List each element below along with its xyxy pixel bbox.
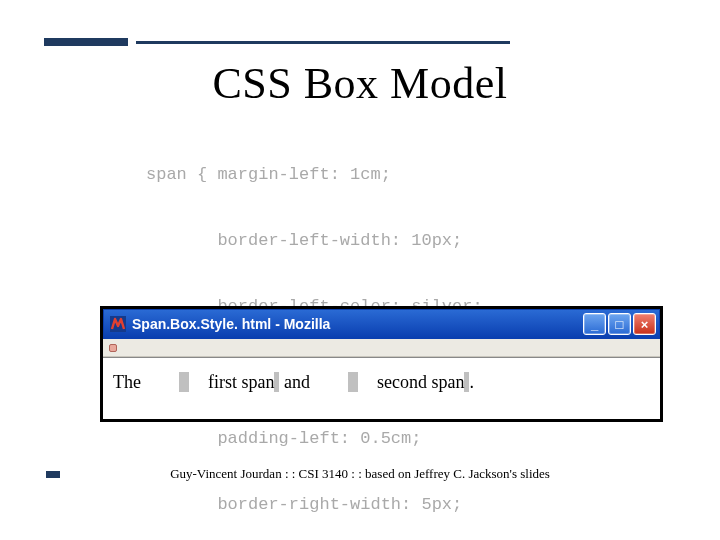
window-title: Span.Box.Style. html - Mozilla: [132, 316, 583, 332]
second-span: second span: [348, 372, 469, 392]
code-line: padding-left: 0.5cm;: [146, 428, 493, 450]
text-post: .: [469, 372, 474, 392]
accent-bar: [44, 38, 128, 46]
first-span-text: first span: [208, 372, 275, 392]
code-line: span { margin-left: 1cm;: [146, 164, 493, 186]
first-span: first span: [179, 372, 280, 392]
text-mid: and: [279, 372, 310, 392]
maximize-button[interactable]: □: [608, 313, 631, 335]
mozilla-icon: [110, 316, 126, 332]
slide: CSS Box Model span { margin-left: 1cm; b…: [0, 0, 720, 540]
minimize-button[interactable]: _: [583, 313, 606, 335]
second-span-text: second span: [377, 372, 464, 392]
code-line: border-left-width: 10px;: [146, 230, 493, 252]
minimize-icon: _: [591, 318, 598, 331]
accent-line: [136, 41, 510, 44]
window-titlebar[interactable]: Span.Box.Style. html - Mozilla _ □ ×: [103, 309, 660, 339]
window-controls: _ □ ×: [583, 313, 656, 335]
toolbar-grip-icon: [109, 344, 117, 352]
close-icon: ×: [641, 318, 649, 331]
browser-viewport: Thefirst span andsecond span.: [103, 357, 660, 419]
code-line: border-right-width: 5px;: [146, 494, 493, 516]
browser-toolbar: [103, 339, 660, 357]
text-pre: The: [113, 372, 141, 392]
slide-title: CSS Box Model: [0, 58, 720, 109]
footer-text: Guy-Vincent Jourdan : : CSI 3140 : : bas…: [0, 466, 720, 482]
close-button[interactable]: ×: [633, 313, 656, 335]
browser-window: Span.Box.Style. html - Mozilla _ □ × The…: [100, 306, 663, 422]
maximize-icon: □: [616, 318, 624, 331]
